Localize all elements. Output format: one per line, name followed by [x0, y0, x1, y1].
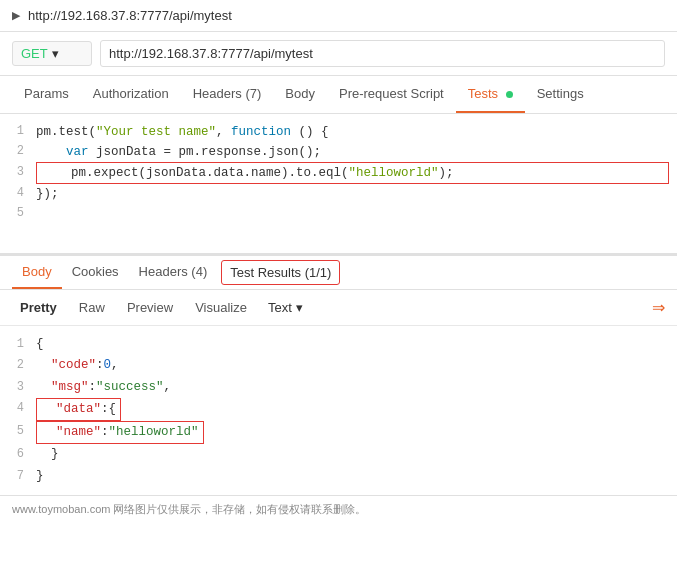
url-bar-section: ▶ http://192.168.37.8:7777/api/mytest	[0, 0, 677, 32]
body-view-raw[interactable]: Raw	[71, 296, 113, 319]
json-line-3: 3 "msg":"success",	[0, 377, 677, 398]
json-line-5: 5 "name":"helloworld"	[0, 421, 677, 444]
json-line-1: 1 {	[0, 334, 677, 355]
editor-line-3: 3 pm.expect(jsonData.data.name).to.eql("…	[0, 162, 677, 184]
tab-prerequest[interactable]: Pre-request Script	[327, 76, 456, 113]
line-num-2: 2	[8, 142, 36, 161]
line-num-4: 4	[8, 184, 36, 203]
tab-settings[interactable]: Settings	[525, 76, 596, 113]
format-dropdown[interactable]: Text ▾	[261, 296, 310, 319]
tab-tests[interactable]: Tests	[456, 76, 525, 113]
expand-arrow-icon[interactable]: ▶	[12, 9, 20, 22]
json-line-4: 4 "data":{	[0, 398, 677, 421]
json-line-7: 7 }	[0, 466, 677, 487]
json-line-6: 6 }	[0, 444, 677, 465]
request-row: GET ▾	[0, 32, 677, 76]
body-view-preview[interactable]: Preview	[119, 296, 181, 319]
chevron-down-icon: ▾	[52, 46, 59, 61]
tab-body[interactable]: Body	[273, 76, 327, 113]
body-toolbar: Pretty Raw Preview Visualize Text ▾ ⇒	[0, 290, 677, 326]
response-tab-headers[interactable]: Headers (4)	[129, 256, 218, 289]
response-tabs-row: Body Cookies Headers (4) Test Results (1…	[0, 256, 677, 290]
editor-code-2: var jsonData = pm.response.json();	[36, 142, 669, 162]
wrap-icon[interactable]: ⇒	[652, 298, 665, 317]
tab-params[interactable]: Params	[12, 76, 81, 113]
line-num-1: 1	[8, 122, 36, 141]
editor-line-2: 2 var jsonData = pm.response.json();	[0, 142, 677, 162]
editor-line-1: 1 pm.test("Your test name", function () …	[0, 122, 677, 142]
method-label: GET	[21, 46, 48, 61]
response-tab-body[interactable]: Body	[12, 256, 62, 289]
body-view-visualize[interactable]: Visualize	[187, 296, 255, 319]
editor-line-5: 5	[0, 204, 677, 223]
tab-authorization[interactable]: Authorization	[81, 76, 181, 113]
editor-code-3: pm.expect(jsonData.data.name).to.eql("he…	[36, 162, 669, 184]
tab-headers[interactable]: Headers (7)	[181, 76, 274, 113]
response-tab-testresults[interactable]: Test Results (1/1)	[221, 260, 340, 285]
body-view-pretty[interactable]: Pretty	[12, 296, 65, 319]
json-output: 1 { 2 "code":0, 3 "msg":"success", 4 "da…	[0, 326, 677, 495]
method-dropdown[interactable]: GET ▾	[12, 41, 92, 66]
editor-line-4: 4 });	[0, 184, 677, 204]
request-tabs-row: Params Authorization Headers (7) Body Pr…	[0, 76, 677, 114]
response-tab-cookies[interactable]: Cookies	[62, 256, 129, 289]
url-input[interactable]	[100, 40, 665, 67]
json-line-2: 2 "code":0,	[0, 355, 677, 376]
format-label: Text	[268, 300, 292, 315]
watermark: www.toymoban.com 网络图片仅供展示，非存储，如有侵权请联系删除。	[0, 495, 677, 523]
chevron-down-icon: ▾	[296, 300, 303, 315]
code-editor[interactable]: 1 pm.test("Your test name", function () …	[0, 114, 677, 254]
tests-active-dot	[506, 91, 513, 98]
line-num-5: 5	[8, 204, 36, 223]
editor-code-1: pm.test("Your test name", function () {	[36, 122, 669, 142]
editor-code-4: });	[36, 184, 669, 204]
response-section: Body Cookies Headers (4) Test Results (1…	[0, 254, 677, 495]
url-title: http://192.168.37.8:7777/api/mytest	[28, 8, 232, 23]
line-num-3: 3	[8, 163, 36, 182]
